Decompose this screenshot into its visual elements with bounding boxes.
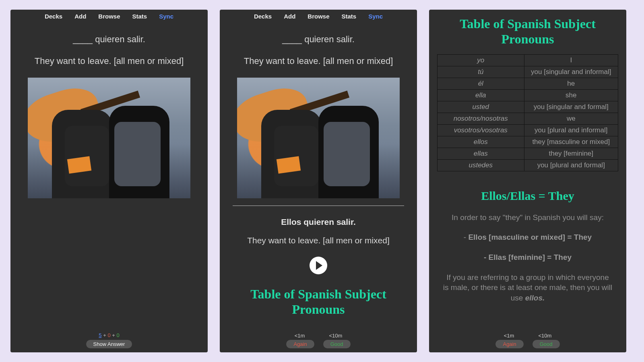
explain-intro: In order to say "they" in Spanish you wi… (437, 212, 618, 223)
table-row: ellasthey [feminine] (438, 148, 618, 159)
ellos-ellas-heading: Ellos/Ellas = They (437, 189, 618, 203)
count-learn: 0 (107, 332, 110, 338)
menubar: Decks Add Browse Stats Sync (10, 10, 208, 22)
card-front: ____ quieren salir. They want to leave. … (10, 22, 208, 352)
pronoun-es: él (438, 78, 524, 89)
table-row: nosotros/nosotraswe (438, 113, 618, 124)
pronoun-table-title: Table of Spanish Subject Pronouns (228, 286, 409, 317)
good-time: <10m (538, 333, 551, 339)
card-back: ____ quieren salir. They want to leave. … (220, 22, 417, 352)
anki-panel-back: Decks Add Browse Stats Sync ____ quieren… (220, 10, 417, 352)
count-due: 0 (116, 332, 119, 338)
pronoun-en: they [masculine or mixed] (524, 136, 618, 148)
pronoun-en: you [singular and informal] (524, 66, 618, 78)
menu-sync[interactable]: Sync (159, 13, 173, 20)
show-answer-button[interactable]: Show Answer (86, 340, 132, 348)
again-time: <1m (295, 333, 305, 339)
ease-good-button[interactable]: Good (533, 340, 560, 348)
pronoun-en: I (524, 54, 618, 66)
ease-good-button[interactable]: Good (323, 340, 351, 348)
footer-front: 5 + 0 + 0 Show Answer (10, 332, 208, 348)
pronoun-es: ellos (438, 136, 524, 148)
front-translation: They want to leave. [all men or mixed] (19, 56, 200, 66)
menubar: Decks Add Browse Stats Sync (220, 10, 417, 22)
menu-add[interactable]: Add (284, 13, 295, 20)
pronoun-es: ellas (438, 148, 524, 159)
pronoun-es: tú (438, 66, 524, 78)
pronoun-en: you [plural and formal] (524, 159, 618, 171)
table-row: élhe (438, 78, 618, 89)
cloze-prompt: ____ quieren salir. (228, 34, 409, 45)
explain-line2: - Ellas [feminine] = They (437, 252, 618, 263)
pronoun-es: nosotros/nosotras (438, 113, 524, 124)
answer-translation: They want to leave. [all men or mixed] (228, 236, 409, 245)
table-row: vosotros/vosotrasyou [plural and informa… (438, 124, 618, 136)
menu-decks[interactable]: Decks (254, 13, 272, 20)
ease-times: <1m <10m (429, 333, 626, 339)
pronoun-es: usted (438, 101, 524, 113)
menu-stats[interactable]: Stats (342, 13, 357, 20)
again-time: <1m (504, 333, 514, 339)
table-row: ellosthey [masculine or mixed] (438, 136, 618, 148)
table-row: ustedyou [singular and formal] (438, 101, 618, 113)
table-row: yoI (438, 54, 618, 66)
pronoun-table-title: Table of Spanish Subject Pronouns (437, 16, 618, 47)
review-counts: 5 + 0 + 0 (10, 332, 208, 338)
menu-browse[interactable]: Browse (98, 13, 120, 20)
explain-line1: - Ellos [masculine or mixed] = They (437, 232, 618, 243)
count-new: 5 (99, 332, 101, 338)
menu-sync[interactable]: Sync (368, 13, 383, 20)
ease-times: <1m <10m (220, 333, 417, 339)
pronoun-es: ustedes (438, 159, 524, 171)
pronoun-es: vosotros/vosotras (438, 124, 524, 136)
pronoun-table: yoItúyou [singular and informal]élheella… (437, 54, 618, 171)
pronoun-en: they [feminine] (524, 148, 618, 159)
table-row: ustedesyou [plural and formal] (438, 159, 618, 171)
table-row: ellashe (438, 89, 618, 101)
menu-add[interactable]: Add (74, 13, 86, 20)
menu-decks[interactable]: Decks (45, 13, 62, 20)
card-extra: Table of Spanish Subject Pronouns yoItúy… (429, 10, 626, 352)
explain-para: If you are referring to a group in which… (437, 272, 618, 303)
front-translation: They want to leave. [all men or mixed] (228, 56, 409, 66)
good-time: <10m (329, 333, 342, 339)
card-image (237, 78, 400, 198)
pronoun-es: ella (438, 89, 524, 101)
front-back-divider (233, 206, 404, 206)
pronoun-en: you [plural and informal] (524, 124, 618, 136)
card-image (28, 78, 190, 198)
ease-again-button[interactable]: Again (495, 340, 523, 348)
pronoun-en: you [singular and formal] (524, 101, 618, 113)
pronoun-es: yo (438, 54, 524, 66)
ease-again-button[interactable]: Again (286, 340, 314, 348)
footer-extra: <1m <10m Again Good (429, 333, 626, 348)
menu-browse[interactable]: Browse (308, 13, 329, 20)
table-row: túyou [singular and informal] (438, 66, 618, 78)
footer-back: <1m <10m Again Good (220, 333, 417, 348)
cloze-prompt: ____ quieren salir. (19, 34, 200, 45)
pronoun-en: she (524, 89, 618, 101)
menu-stats[interactable]: Stats (132, 13, 147, 20)
play-audio-button[interactable] (310, 257, 327, 274)
anki-panel-extra: Table of Spanish Subject Pronouns yoItúy… (429, 10, 626, 352)
anki-panel-front: Decks Add Browse Stats Sync ____ quieren… (10, 10, 208, 352)
answer-sentence: Ellos quieren salir. (228, 217, 409, 227)
pronoun-en: he (524, 78, 618, 89)
pronoun-en: we (524, 113, 618, 124)
